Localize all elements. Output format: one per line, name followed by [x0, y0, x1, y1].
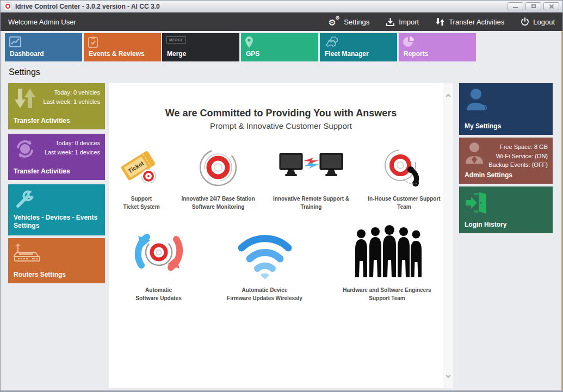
import-menu-label: Import — [399, 18, 419, 26]
remote-support-item: Innovative Remote Support &Training — [267, 145, 356, 211]
wrench-icon — [14, 189, 35, 213]
app-logo-icon — [4, 2, 12, 10]
page-heading: Settings — [9, 67, 40, 77]
auto-update-icon — [131, 225, 187, 279]
tile-transfer-activities-devices[interactable]: Today: 0 devices Last week: 1 devices Tr… — [8, 134, 105, 180]
welcome-text: Welcome Admin User — [8, 18, 76, 26]
tile-transfer-activities-vehicles[interactable]: Today: 0 vehicles Last week: 1 vehicles … — [8, 83, 105, 129]
stat-line: Free Space: 8 GB — [488, 142, 548, 152]
import-menu-button[interactable]: Import — [386, 17, 419, 27]
maximize-icon — [531, 4, 536, 8]
tile-label: Routers Settings — [14, 271, 70, 279]
scroll-up-icon[interactable] — [444, 92, 452, 99]
nav-tile-dashboard[interactable]: Dashboard — [5, 33, 82, 61]
tile-stats: Free Space: 8 GB Wi-Fi Service: (ON) Bac… — [488, 142, 548, 170]
item-caption: In-House Customer SupportTeam — [368, 195, 440, 211]
import-icon — [386, 17, 395, 27]
tile-label: Transfer Activities — [14, 167, 75, 176]
tile-login-history[interactable]: Login History — [459, 186, 553, 233]
transfer-activities-menu-button[interactable]: Transfer Activities — [435, 17, 504, 27]
stat-line: Last week: 1 vehicles — [43, 97, 100, 107]
item-caption: SupportTicket System — [123, 195, 159, 211]
tile-stats: Today: 0 devices Last week: 1 devices — [45, 139, 100, 157]
logout-menu-label: Logout — [533, 18, 555, 26]
stat-line: Wi-Fi Service: (ON) — [488, 152, 548, 161]
sync-icon — [14, 138, 36, 162]
base-station-monitoring-item: Innovative 24/7 Base StationSoftware Mon… — [174, 145, 263, 211]
close-button[interactable] — [543, 2, 559, 10]
item-caption: Innovative 24/7 Base StationSoftware Mon… — [181, 195, 255, 211]
tile-admin-settings[interactable]: Free Space: 8 GB Wi-Fi Service: (ON) Bac… — [459, 138, 553, 184]
item-caption: Automatic DeviceFirmware Updates Wireles… — [227, 286, 302, 302]
phone-support-icon — [380, 145, 429, 188]
team-silhouettes-icon — [352, 225, 422, 279]
support-ticket-item: Ticket SupportTicket System — [113, 145, 170, 211]
nav-tile-label: Reports — [404, 50, 428, 58]
item-caption: Hardware and Software EngineersSupport T… — [343, 286, 431, 302]
tile-my-settings[interactable]: My Settings — [459, 83, 553, 135]
fleet-cars-icon — [324, 36, 341, 49]
nav-tile-fleet-manager[interactable]: Fleet Manager — [320, 33, 397, 61]
transfer-menu-label: Transfer Activities — [449, 18, 504, 26]
inhouse-support-item: In-House Customer SupportTeam — [360, 145, 449, 211]
pie-chart-icon — [403, 36, 414, 49]
item-caption: Innovative Remote Support &Training — [273, 195, 349, 211]
main-subtitle: Prompt & Innovative Customer Support — [109, 121, 453, 130]
gears-icon: ⚙⚙ — [328, 16, 340, 27]
nav-tile-gps[interactable]: GPS — [241, 33, 318, 61]
minimize-button[interactable] — [508, 2, 523, 10]
settings-menu-label: Settings — [344, 18, 369, 26]
dashboard-chart-icon — [9, 36, 21, 49]
nav-tile-label: Events & Reviews — [89, 50, 145, 58]
logout-menu-button[interactable]: Logout — [521, 17, 555, 26]
nav-tile-label: Merge — [167, 50, 186, 58]
admin-user-icon — [465, 142, 486, 167]
tile-vehicles-devices-events-settings[interactable]: Vehicles - Devices - Events Settings — [8, 184, 105, 235]
auto-software-updates-item: AutomaticSoftware Updates — [118, 225, 200, 302]
main-title: We are Committed to Providing You with A… — [109, 108, 453, 119]
stat-line: Last week: 1 devices — [45, 148, 100, 157]
stat-line: Today: 0 devices — [45, 139, 100, 148]
transfer-arrows-icon — [435, 17, 445, 27]
map-pin-icon — [245, 36, 253, 50]
login-door-icon — [465, 191, 490, 217]
nav-tile-events-reviews[interactable]: Events & Reviews — [84, 33, 161, 61]
tile-label: Admin Settings — [465, 171, 517, 179]
stat-line: Today: 0 vehicles — [43, 88, 100, 97]
titlebar: Idrive Control Center - 3.0.2 version - … — [1, 1, 562, 13]
tile-label: My Settings — [465, 122, 505, 130]
tile-stats: Today: 0 vehicles Last week: 1 vehicles — [43, 88, 100, 106]
minimize-icon — [513, 7, 518, 8]
power-icon — [521, 17, 529, 26]
window-title: Idrive Control Center - 3.0.2 version - … — [15, 3, 160, 10]
monitors-icon — [279, 145, 344, 188]
scroll-down-icon[interactable] — [444, 372, 452, 380]
clipboard-check-icon — [88, 36, 98, 50]
app-window: Idrive Control Center - 3.0.2 version - … — [0, 0, 563, 392]
scrollbar[interactable] — [443, 83, 453, 388]
transfer-arrows-icon — [14, 88, 36, 111]
topbar: Welcome Admin User ⚙⚙ Settings Import Tr… — [1, 13, 562, 31]
router-icon — [14, 242, 42, 266]
ticket-icon: Ticket — [118, 145, 165, 188]
user-icon — [465, 88, 490, 114]
nav-tile-reports[interactable]: Reports — [399, 33, 476, 61]
close-icon — [549, 4, 554, 9]
engineers-team-item: Hardware and Software EngineersSupport T… — [330, 225, 444, 302]
target-icon — [197, 145, 239, 188]
settings-menu-button[interactable]: ⚙⚙ Settings — [328, 16, 369, 27]
tile-routers-settings[interactable]: Routers Settings — [8, 238, 105, 283]
nav-tile-merge[interactable]: MERGE Merge — [162, 33, 239, 61]
tile-label: Transfer Activities — [14, 117, 75, 125]
item-caption: AutomaticSoftware Updates — [135, 286, 181, 302]
merge-logo-icon: MERGE — [166, 36, 186, 43]
tile-label: Login History — [465, 221, 511, 229]
nav-tile-label: Dashboard — [10, 50, 44, 58]
tile-label: Vehicles - Devices - Events Settings — [14, 214, 105, 230]
wifi-icon — [235, 225, 295, 279]
main-content-panel: We are Committed to Providing You with A… — [109, 83, 453, 388]
maximize-button[interactable] — [525, 2, 541, 10]
nav-tile-label: Fleet Manager — [325, 50, 369, 58]
stat-line: Backup Events: (OFF) — [488, 160, 548, 170]
firmware-updates-item: Automatic DeviceFirmware Updates Wireles… — [216, 225, 314, 302]
